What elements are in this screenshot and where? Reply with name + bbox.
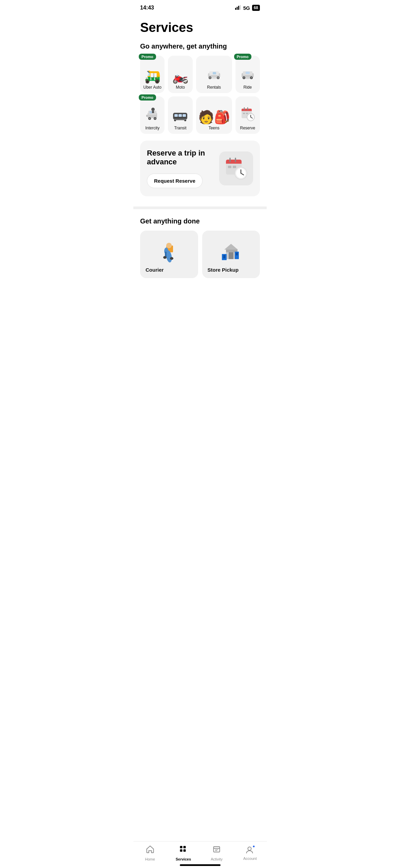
svg-rect-0 <box>235 8 236 10</box>
anything-grid: Courier Store Pickup <box>140 231 260 278</box>
service-item-moto[interactable]: 🏍️ Moto <box>168 56 192 93</box>
transit-icon <box>172 109 188 124</box>
svg-rect-11 <box>213 72 216 74</box>
svg-point-8 <box>209 77 211 78</box>
svg-rect-2 <box>238 6 239 10</box>
teens-icon: 🧑‍🎒 <box>198 111 230 124</box>
reserve-label: Reserve <box>240 126 255 130</box>
moto-label: Moto <box>176 85 185 90</box>
svg-point-25 <box>154 118 156 119</box>
svg-rect-72 <box>223 255 225 258</box>
svg-rect-55 <box>233 166 236 168</box>
svg-rect-69 <box>229 252 233 259</box>
svg-rect-40 <box>242 110 252 111</box>
svg-rect-32 <box>174 114 178 117</box>
status-bar: 14:43 5G 68 <box>133 0 267 14</box>
transit-label: Transit <box>174 126 186 130</box>
svg-rect-29 <box>152 111 154 113</box>
svg-point-16 <box>243 77 245 78</box>
svg-point-65 <box>163 256 167 259</box>
get-anything-title: Get anything done <box>140 217 260 225</box>
signal-icon <box>235 5 241 11</box>
main-content: Services Go anywhere, get anything Promo… <box>133 20 267 312</box>
service-item-transit[interactable]: Transit <box>168 96 192 134</box>
service-item-reserve[interactable]: Reserve <box>235 96 260 134</box>
battery-indicator: 68 <box>252 5 260 11</box>
network-label: 5G <box>243 5 250 11</box>
service-item-rentals[interactable]: Rentals <box>196 56 232 93</box>
moto-icon: 🏍️ <box>172 70 188 83</box>
svg-rect-54 <box>228 166 231 168</box>
ride-label: Ride <box>243 85 252 90</box>
svg-rect-44 <box>246 113 248 114</box>
svg-point-18 <box>251 77 252 78</box>
promo-badge-ride: Promo <box>234 54 251 60</box>
reserve-icon <box>240 107 255 124</box>
reserve-card-title: Reserve a trip in advance <box>147 149 214 167</box>
uber-auto-icon: 🛺 <box>145 70 160 83</box>
svg-rect-43 <box>243 113 245 114</box>
promo-badge-intercity: Promo <box>139 94 156 101</box>
anything-item-courier[interactable]: Courier <box>140 231 198 278</box>
reserve-card-icon <box>219 151 253 185</box>
ride-icon <box>240 69 256 83</box>
service-item-teens[interactable]: 🧑‍🎒 Teens <box>196 96 232 134</box>
page-title: Services <box>140 20 260 35</box>
service-item-ride[interactable]: Promo Ride <box>235 56 260 93</box>
service-item-uber-auto[interactable]: Promo 🛺 Uber Auto <box>140 56 165 93</box>
svg-rect-74 <box>236 253 238 255</box>
svg-rect-51 <box>226 162 242 164</box>
courier-label: Courier <box>146 267 193 273</box>
status-right: 5G 68 <box>235 5 260 11</box>
svg-rect-37 <box>174 119 186 120</box>
svg-point-66 <box>170 257 173 260</box>
promo-badge-uber-auto: Promo <box>139 54 156 60</box>
svg-rect-27 <box>146 115 148 117</box>
reserve-card: Reserve a trip in advance Request Reserv… <box>140 141 260 196</box>
store-pickup-icon <box>219 239 243 265</box>
section-divider <box>133 206 267 209</box>
store-pickup-label: Store Pickup <box>208 267 255 273</box>
reserve-card-left: Reserve a trip in advance Request Reserv… <box>147 149 214 188</box>
service-grid: Promo 🛺 Uber Auto 🏍️ Moto <box>140 56 260 134</box>
svg-rect-34 <box>183 114 186 117</box>
request-reserve-button[interactable]: Request Reserve <box>147 174 203 188</box>
svg-rect-1 <box>236 7 237 10</box>
uber-auto-label: Uber Auto <box>143 85 161 90</box>
svg-point-28 <box>151 108 155 111</box>
status-time: 14:43 <box>140 5 154 11</box>
go-anywhere-title: Go anywhere, get anything <box>140 42 260 50</box>
courier-icon <box>159 239 179 267</box>
intercity-icon <box>145 107 160 124</box>
svg-point-10 <box>217 77 219 78</box>
intercity-label: Intercity <box>145 126 159 130</box>
svg-rect-3 <box>240 5 241 10</box>
teens-label: Teens <box>209 126 220 130</box>
rentals-label: Rentals <box>207 85 221 90</box>
svg-rect-19 <box>246 72 250 74</box>
rentals-icon <box>206 69 222 83</box>
svg-point-63 <box>166 243 172 248</box>
svg-marker-70 <box>224 244 238 250</box>
svg-point-23 <box>149 118 150 119</box>
svg-rect-33 <box>178 114 182 117</box>
anything-item-store-pickup[interactable]: Store Pickup <box>202 231 260 278</box>
svg-rect-26 <box>150 111 152 113</box>
service-item-intercity[interactable]: Promo Intercity <box>140 96 165 134</box>
